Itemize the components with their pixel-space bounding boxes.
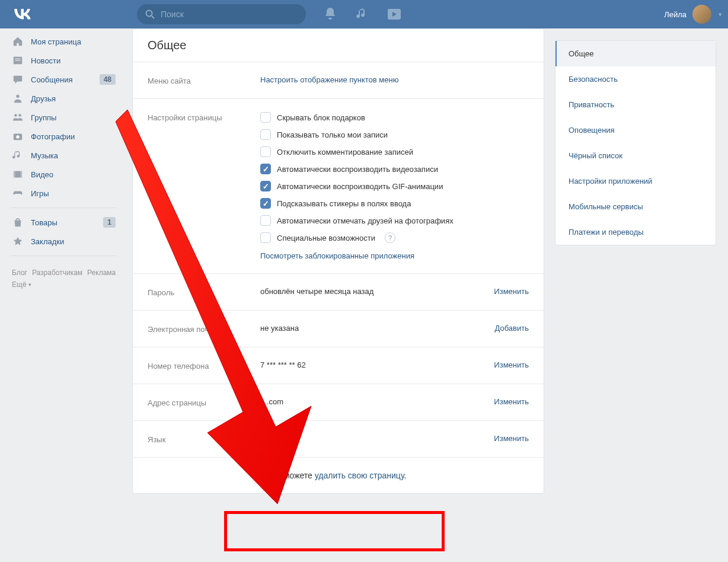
nav-label: Новости	[31, 56, 60, 65]
nav-label: Игры	[31, 189, 49, 198]
checkbox-item[interactable]: Отключить комментирование записей	[260, 146, 529, 157]
music-icon[interactable]	[356, 8, 369, 21]
side-tab[interactable]: Настройки приложений	[555, 168, 716, 194]
video-icon	[12, 168, 24, 180]
nav-label: Закладки	[31, 237, 64, 246]
left-nav: Моя страницаНовостиСообщения48ДрузьяГруп…	[0, 28, 122, 494]
svg-line-1	[152, 16, 154, 18]
row-label-page-settings: Настройки страницы	[148, 112, 260, 122]
search-icon	[145, 9, 155, 19]
svg-point-7	[14, 114, 17, 117]
footer-more[interactable]: Ещё ▾	[12, 279, 36, 290]
photo-icon	[12, 130, 24, 142]
nav-item-music[interactable]: Музыка	[5, 146, 122, 165]
vk-logo[interactable]	[12, 5, 33, 24]
checkbox-label: Автоматически отмечать друзей на фотогра…	[277, 216, 454, 225]
row-label-address: Адрес страницы	[148, 397, 260, 407]
video-icon[interactable]	[388, 8, 401, 21]
nav-footer: БлогРазработчикамРекламаЕщё ▾	[5, 261, 122, 297]
checkbox-item[interactable]: Автоматически воспроизводить видеозаписи	[260, 164, 529, 174]
phone-change-link[interactable]: Изменить	[494, 360, 529, 369]
market-icon	[12, 216, 24, 228]
home-icon	[12, 36, 24, 47]
svg-point-0	[146, 11, 152, 17]
delete-page-link[interactable]: удалить свою страницу	[315, 471, 404, 480]
blocked-apps-link[interactable]: Посмотреть заблокированные приложения	[260, 251, 414, 260]
checkbox[interactable]	[260, 146, 271, 157]
checkbox-item[interactable]: Специальные возможности?	[260, 232, 529, 243]
side-tab[interactable]: Безопасность	[555, 66, 716, 92]
svg-point-8	[18, 114, 21, 117]
footer-link[interactable]: Реклама	[87, 269, 116, 277]
checkbox-item[interactable]: Подсказывать стикеры в полях ввода	[260, 198, 529, 209]
games-icon	[12, 187, 24, 199]
nav-item-fav[interactable]: Закладки	[5, 232, 122, 251]
row-label-language: Язык	[148, 434, 260, 444]
header-icons	[324, 8, 401, 21]
settings-main: Общее Меню сайта Настроить отображение п…	[132, 28, 544, 494]
user-menu[interactable]: Лейла ▾	[664, 5, 722, 24]
nav-item-groups[interactable]: Группы	[5, 108, 122, 127]
delete-suffix: .	[404, 471, 406, 480]
footer-link[interactable]: Блог	[12, 269, 27, 277]
friends-icon	[12, 92, 24, 104]
checkbox-item[interactable]: Автоматически отмечать друзей на фотогра…	[260, 215, 529, 226]
nav-item-home[interactable]: Моя страница	[5, 32, 122, 51]
nav-item-news[interactable]: Новости	[5, 51, 122, 70]
nav-label: Моя страница	[31, 37, 81, 46]
checkbox[interactable]	[260, 129, 271, 140]
delete-page-footer: Вы можете удалить свою страницу.	[133, 457, 544, 493]
configure-menu-link[interactable]: Настроить отображение пунктов меню	[260, 75, 398, 84]
nav-item-msg[interactable]: Сообщения48	[5, 70, 122, 89]
nav-separator	[11, 256, 116, 256]
nav-item-photo[interactable]: Фотографии	[5, 127, 122, 146]
side-tab[interactable]: Чёрный список	[555, 143, 716, 168]
delete-prefix: Вы можете	[270, 471, 315, 480]
side-tab[interactable]: Платежи и переводы	[555, 219, 716, 245]
nav-item-games[interactable]: Игры	[5, 184, 122, 203]
annotation-box	[224, 511, 445, 551]
checkbox[interactable]	[260, 215, 271, 226]
checkbox-item[interactable]: Показывать только мои записи	[260, 129, 529, 140]
footer-link[interactable]: Разработчикам	[32, 269, 82, 277]
side-tab[interactable]: Приватность	[555, 92, 716, 117]
email-value: не указана	[260, 324, 495, 333]
checkbox-item[interactable]: Автоматически воспроизводить GIF-анимаци…	[260, 181, 529, 191]
notifications-icon[interactable]	[324, 8, 337, 21]
row-label-menu: Меню сайта	[148, 75, 260, 85]
music-icon	[12, 149, 24, 161]
checkbox[interactable]	[260, 164, 271, 174]
groups-icon	[12, 111, 24, 123]
chevron-down-icon: ▾	[719, 11, 722, 18]
checkbox[interactable]	[260, 112, 271, 123]
nav-label: Видео	[31, 170, 53, 179]
email-add-link[interactable]: Добавить	[495, 324, 529, 333]
checkbox-item[interactable]: Скрывать блок подарков	[260, 112, 529, 123]
checkbox[interactable]	[260, 181, 271, 191]
nav-label: Товары	[31, 218, 58, 227]
checkbox-label: Подсказывать стикеры в полях ввода	[277, 199, 411, 208]
address-change-link[interactable]: Изменить	[494, 397, 529, 406]
checkbox-label: Автоматически воспроизводить GIF-анимаци…	[277, 182, 443, 191]
settings-side: ОбщееБезопасностьПриватностьОповещенияЧё…	[555, 28, 716, 494]
side-tab[interactable]: Общее	[555, 41, 716, 66]
nav-item-video[interactable]: Видео	[5, 165, 122, 184]
password-change-link[interactable]: Изменить	[494, 287, 529, 296]
checkbox-label: Специальные возможности	[277, 234, 375, 242]
checkbox-label: Показывать только мои записи	[277, 130, 388, 139]
search-placeholder: Поиск	[161, 9, 184, 19]
nav-item-friends[interactable]: Друзья	[5, 89, 122, 108]
side-tab[interactable]: Мобильные сервисы	[555, 194, 716, 219]
checkbox[interactable]	[260, 198, 271, 209]
help-icon[interactable]: ?	[385, 232, 395, 243]
checkbox[interactable]	[260, 232, 271, 243]
checkbox-label: Скрывать блок подарков	[277, 113, 365, 122]
nav-label: Сообщения	[31, 75, 73, 84]
nav-item-market[interactable]: Товары1	[5, 213, 122, 232]
search-box[interactable]: Поиск	[137, 4, 306, 24]
side-tab[interactable]: Оповещения	[555, 117, 716, 143]
nav-label: Группы	[31, 113, 56, 122]
address-value: h .com	[260, 397, 494, 406]
svg-point-6	[16, 95, 19, 98]
language-change-link[interactable]: Изменить	[494, 434, 529, 443]
